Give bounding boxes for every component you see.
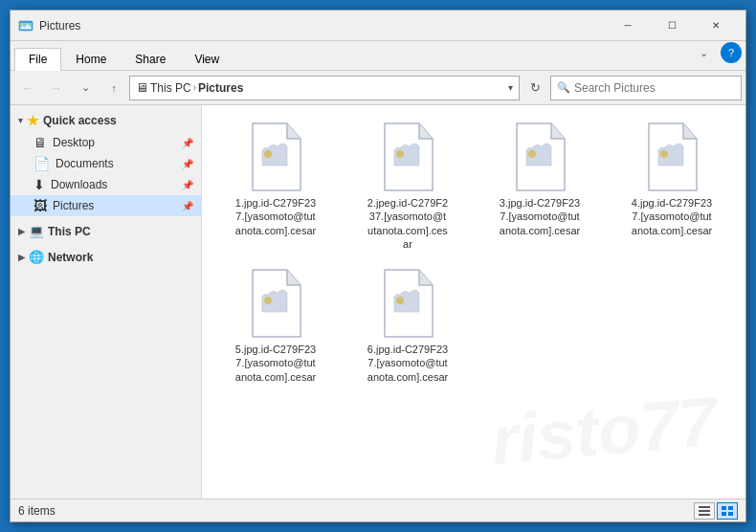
search-box[interactable]: 🔍 [550,76,742,100]
svg-point-4 [396,150,404,158]
file-icon-3 [509,122,570,192]
view-grid-button[interactable] [717,502,738,520]
thispc-arrow: ▶ [18,227,25,236]
thispc-icon: 💻 [29,224,44,238]
status-count: 6 items [18,504,56,518]
ribbon-tabs: File Home Share View ⌄ ? [11,41,745,70]
file-item-1[interactable]: 1.jpg.id-C279F237.[yasomoto@tutanota.com… [211,115,340,257]
file-name-2: 2.jpeg.id-C279F237.[yasomoto@tutanota.co… [367,196,448,251]
file-item-3[interactable]: 3.jpg.id-C279F237.[yasomoto@tutanota.com… [476,115,604,257]
svg-point-7 [264,297,272,304]
tab-home[interactable]: Home [61,48,121,71]
help-button[interactable]: ? [721,42,742,63]
sidebar-item-pictures[interactable]: 🖼 Pictures 📌 [11,195,201,216]
breadcrumb: 🖥 This PC › Pictures [136,80,243,95]
svg-point-2 [21,23,23,25]
file-icon-2 [377,122,438,192]
svg-rect-11 [699,514,710,516]
up-button[interactable]: ↑ [100,75,127,101]
sidebar-item-desktop[interactable]: 🖥 Desktop 📌 [11,132,201,153]
svg-point-3 [264,150,272,158]
network-arrow: ▶ [18,253,25,262]
explorer-window: Pictures ─ ☐ ✕ File Home Share View ⌄ ? … [10,10,746,522]
forward-button[interactable]: → [43,75,70,101]
search-input[interactable] [574,81,735,95]
quick-access-section: ▾ ★ Quick access 🖥 Desktop 📌 📄 Documents… [11,109,201,216]
file-item-6[interactable]: 6.jpg.id-C279F237.[yasomoto@tutanota.com… [344,261,472,390]
network-header[interactable]: ▶ 🌐 Network [11,246,201,268]
file-icon-6 [377,268,438,339]
minimize-button[interactable]: ─ [606,11,650,41]
file-grid: 1.jpg.id-C279F237.[yasomoto@tutanota.com… [211,115,736,390]
file-area: risto77 1.jpg.id-C279F237.[yasomoto@tuta… [202,105,745,499]
quick-access-label: Quick access [43,114,117,127]
refresh-button[interactable]: ↻ [522,76,548,100]
svg-rect-14 [722,512,726,516]
thispc-header[interactable]: ▶ 💻 This PC [11,220,201,242]
search-icon: 🔍 [557,81,570,94]
desktop-icon: 🖥 [33,135,47,150]
view-buttons [694,502,738,520]
svg-rect-13 [728,506,733,510]
computer-icon: 🖥 [136,80,148,95]
ribbon-collapse-button[interactable]: ⌄ [690,39,717,66]
tab-share[interactable]: Share [121,48,180,71]
svg-rect-12 [722,506,726,510]
titlebar: Pictures ─ ☐ ✕ [11,11,745,41]
svg-rect-9 [699,506,710,508]
window-title: Pictures [39,19,606,33]
network-label: Network [48,251,93,264]
file-item-5[interactable]: 5.jpg.id-C279F237.[yasomoto@tutanota.com… [211,261,340,390]
window-controls: ─ ☐ ✕ [606,11,738,41]
quick-access-arrow: ▾ [18,116,23,125]
file-name-4: 4.jpg.id-C279F237.[yasomoto@tutanota.com… [632,196,712,237]
back-button[interactable]: ← [14,75,41,101]
crumb-thispc: This PC [150,81,191,95]
pictures-pin-icon: 📌 [182,201,193,211]
network-icon: 🌐 [29,250,44,264]
file-icon-4 [641,122,702,192]
file-name-3: 3.jpg.id-C279F237.[yasomoto@tutanota.com… [500,196,580,237]
dropdown-button[interactable]: ⌄ [72,75,99,101]
documents-pin-icon: 📌 [182,159,193,169]
thispc-section: ▶ 💻 This PC [11,220,201,242]
file-item-4[interactable]: 4.jpg.id-C279F237.[yasomoto@tutanota.com… [608,115,736,257]
svg-rect-10 [699,510,710,512]
documents-icon: 📄 [33,156,50,171]
addressbar: ← → ⌄ ↑ 🖥 This PC › Pictures ▾ ↻ 🔍 [11,71,745,105]
crumb-separator-1: › [193,82,196,93]
quick-access-star-icon: ★ [27,113,39,128]
window-icon [18,18,33,33]
pictures-icon: 🖼 [33,198,47,213]
tab-view[interactable]: View [180,48,233,71]
network-section: ▶ 🌐 Network [11,246,201,268]
sidebar-item-documents-label: Documents [56,157,178,170]
sidebar-item-pictures-label: Pictures [53,199,178,212]
svg-point-8 [396,297,404,304]
statusbar: 6 items [11,499,745,521]
address-box[interactable]: 🖥 This PC › Pictures ▾ [129,76,520,100]
sidebar: ▾ ★ Quick access 🖥 Desktop 📌 📄 Documents… [11,105,202,499]
thispc-label: This PC [48,225,91,238]
sidebar-item-downloads[interactable]: ⬇ Downloads 📌 [11,174,201,195]
crumb-pictures: Pictures [198,81,243,95]
main-area: ▾ ★ Quick access 🖥 Desktop 📌 📄 Documents… [11,105,745,499]
close-button[interactable]: ✕ [694,11,738,41]
tab-file[interactable]: File [14,48,61,71]
file-name-1: 1.jpg.id-C279F237.[yasomoto@tutanota.com… [235,196,316,237]
sidebar-item-downloads-label: Downloads [51,178,178,191]
sidebar-item-desktop-label: Desktop [53,136,178,149]
sidebar-item-documents[interactable]: 📄 Documents 📌 [11,153,201,174]
file-item-2[interactable]: 2.jpeg.id-C279F237.[yasomoto@tutanota.co… [344,115,472,257]
address-dropdown-arrow[interactable]: ▾ [508,82,513,93]
desktop-pin-icon: 📌 [182,138,193,148]
watermark: risto77 [488,382,720,479]
downloads-icon: ⬇ [33,177,45,192]
file-name-6: 6.jpg.id-C279F237.[yasomoto@tutanota.com… [367,343,448,384]
maximize-button[interactable]: ☐ [650,11,694,41]
file-icon-1 [245,122,306,192]
quick-access-header[interactable]: ▾ ★ Quick access [11,109,201,132]
ribbon: File Home Share View ⌄ ? [11,41,745,71]
view-list-button[interactable] [694,502,715,520]
svg-rect-15 [728,512,733,516]
